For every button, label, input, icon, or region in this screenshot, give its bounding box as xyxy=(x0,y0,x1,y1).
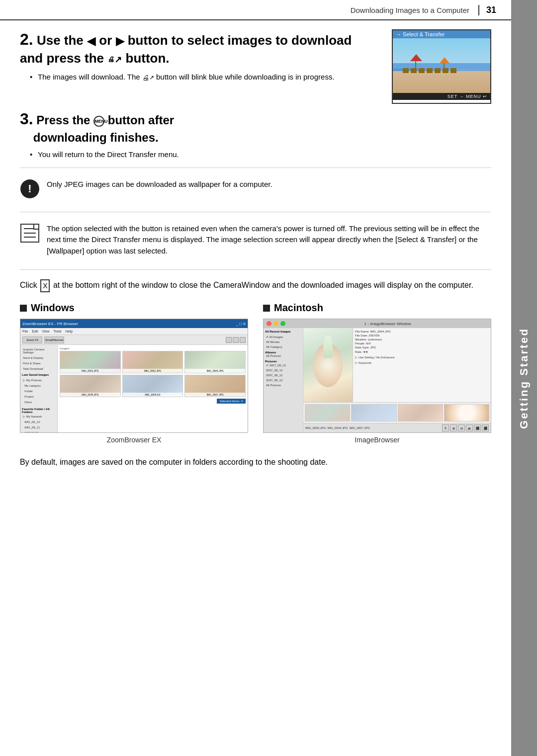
mac-sidebar: All Recent Images ✔ All Images All Movie… xyxy=(264,328,303,432)
win-thumb-6-label: IMG_0007.JPG xyxy=(185,393,245,397)
windows-caption: ZoomBrowser EX xyxy=(20,436,248,444)
win-thumb-2: IMG_0002.JPG xyxy=(122,351,183,373)
zoom-fit-btn[interactable]: Zoom Fit xyxy=(22,336,42,343)
mac-item-images[interactable]: ✔ All Images xyxy=(265,335,301,339)
info-note: The option selected with the button is r… xyxy=(20,218,491,262)
camera-lcd: → Select & Transfer xyxy=(392,29,491,104)
info-note-text: The option selected with the button is r… xyxy=(47,223,491,257)
mac-minimize-btn[interactable] xyxy=(273,321,278,326)
step-3-bullet-1-text: You will return to the Direct Transfer m… xyxy=(38,150,179,159)
win-thumb-3-label: IMG_0004.JPG xyxy=(185,369,245,373)
step-3-bullet-1: You will return to the Direct Transfer m… xyxy=(30,149,491,160)
close-x-symbol: X xyxy=(43,282,47,290)
win-sidebar-folder4[interactable]: Project xyxy=(22,394,56,399)
mac-right-panel: File Name: IMG_0004.JPG File Date: 2007/… xyxy=(353,328,491,402)
mac-toolbar-icons: ⇱ ⊞ ⊟ ▤ ⬛ ⬛ xyxy=(442,424,489,431)
step-3-number: 3. xyxy=(20,110,33,128)
mac-heading: Macintosh xyxy=(263,302,491,314)
win-icon-2[interactable] xyxy=(233,337,239,343)
mac-item-pictures[interactable]: All Pictures xyxy=(265,383,301,387)
mac-tool-5[interactable]: ⬛ xyxy=(474,424,481,431)
chair xyxy=(419,68,425,73)
umbrella-1 xyxy=(410,54,422,70)
chair xyxy=(427,68,433,73)
mac-close-btn[interactable] xyxy=(267,321,271,326)
win-thumb-6: IMG_0007.JPG xyxy=(184,375,246,397)
win-title-text: ZoomBrowser EX - FR Browser xyxy=(22,322,78,326)
win-image-grid: IMG_0001.JPG IMG_0002.JPG IMG_0004.JPG xyxy=(60,351,246,397)
win-sidebar-acquire[interactable]: Acquire Camera Settings xyxy=(22,347,56,355)
camera-screen-label: → Select & Transfer xyxy=(396,31,445,37)
win-sidebar-folder5[interactable]: Discs xyxy=(22,400,56,405)
divider-1 xyxy=(20,168,491,168)
win-sidebar: Acquire Camera Settings Send & Display P… xyxy=(20,345,58,432)
mac-item-2007-08-3[interactable]: 2007_08_12 xyxy=(265,373,301,377)
mac-tool-3[interactable]: ⊟ xyxy=(458,424,465,431)
camera-screen-image xyxy=(393,38,490,93)
win-sidebar-fav4[interactable]: IMG 06 12 xyxy=(22,430,56,433)
mac-title-text: 1 - ImageBrowser Window xyxy=(364,322,411,326)
divider-2 xyxy=(20,212,491,212)
win-titlebar: ZoomBrowser EX - FR Browser _ □ X xyxy=(20,319,248,328)
side-tab: Getting Started xyxy=(511,0,537,756)
win-sidebar-fav3[interactable]: IMG_08_11 xyxy=(22,425,56,430)
mac-maximize-btn[interactable] xyxy=(280,321,285,326)
win-sidebar-label2: Favorite Folder / All Folders xyxy=(22,408,56,414)
warning-note-text: Only JPEG images can be downloaded as wa… xyxy=(47,179,491,190)
win-thumb-4-label: IMG_0045.JPG xyxy=(60,393,120,397)
win-thumb-4: IMG_0045.JPG xyxy=(60,375,121,397)
mac-item-movies[interactable]: All Movies xyxy=(265,340,301,344)
win-thumb-1: IMG_0001.JPG xyxy=(60,351,121,373)
small-normal-btn[interactable]: Small/Normal xyxy=(44,336,64,343)
win-sidebar-folder1[interactable]: ▷ My Pictures xyxy=(22,377,56,383)
mac-tool-2[interactable]: ⊞ xyxy=(450,424,457,431)
mac-info-size: Data Type: JPG xyxy=(355,346,489,349)
mac-item-2007-08[interactable]: ✔ 2007_08_12 xyxy=(265,363,301,367)
mac-tool-6[interactable]: ⬛ xyxy=(482,424,489,431)
win-toolbar: Zoom Fit Small/Normal xyxy=(20,335,248,345)
mac-thumb-inner xyxy=(303,328,353,402)
click-instruction-suffix: at the bottom right of the window to clo… xyxy=(53,281,473,289)
step-2-bullets: The images will download. The 🖨↗ button … xyxy=(30,72,382,83)
mac-item-category[interactable]: All Category xyxy=(265,345,301,349)
divider-3 xyxy=(20,269,491,270)
step-2-bullet-1-text: The images will download. The 🖨↗ button … xyxy=(38,73,335,81)
win-icon-1[interactable] xyxy=(226,337,232,343)
step-2-camera-screen: → Select & Transfer xyxy=(392,29,491,104)
chair xyxy=(435,68,441,73)
mac-item-all-albums[interactable]: All Pictures xyxy=(265,354,301,358)
win-controls: _ □ X xyxy=(236,322,246,326)
win-sidebar-folder3[interactable]: Folder xyxy=(22,389,56,394)
mac-tool-1[interactable]: ⇱ xyxy=(442,424,449,431)
win-sidebar-task[interactable]: Task Download xyxy=(22,366,56,371)
page-number: 31 xyxy=(478,5,496,15)
step-2-heading: 2. Use the ◀ or ▶ button to select image… xyxy=(20,29,382,67)
win-sidebar-folder2[interactable]: My category xyxy=(22,383,56,388)
mac-large-thumbnail xyxy=(303,328,353,402)
notebook-line xyxy=(24,233,36,234)
chair xyxy=(443,68,448,73)
mac-item-2007-08-2[interactable]: 2007_08_12 xyxy=(265,368,301,372)
win-icon-3[interactable] xyxy=(240,337,246,343)
win-sidebar-print[interactable]: Print & Share xyxy=(22,361,56,366)
side-tab-label: Getting Started xyxy=(518,328,531,429)
mac-tool-4[interactable]: ▤ xyxy=(466,424,473,431)
mac-body: All Recent Images ✔ All Images All Movie… xyxy=(264,328,491,432)
final-paragraph: By default, images are saved on the comp… xyxy=(20,456,491,469)
mac-small-thumb-2 xyxy=(351,404,396,421)
step-2-number: 2. xyxy=(20,30,33,48)
win-body: Acquire Camera Settings Send & Display P… xyxy=(20,345,248,432)
mac-titlebar: 1 - ImageBrowser Window xyxy=(264,319,491,328)
windows-screenshot: ZoomBrowser EX - FR Browser _ □ X File E… xyxy=(20,319,248,433)
win-sidebar-fav1[interactable]: ▷ My Network xyxy=(22,414,56,419)
warning-note: ! Only JPEG images can be downloaded as … xyxy=(20,174,491,204)
click-instruction: Click X at the bottom right of the windo… xyxy=(20,279,491,292)
mac-info-keywords: ▷ Keywords xyxy=(355,361,489,364)
mac-main: File Name: IMG_0004.JPG File Date: 2007/… xyxy=(303,328,491,432)
win-sidebar-fav2[interactable]: IMG_06_12 xyxy=(22,420,56,424)
step-3-block: 3. Press the MENU button after downloadi… xyxy=(20,109,491,160)
mac-item-2007-08-4[interactable]: 2007_08_12 xyxy=(265,378,301,382)
step-3-heading: 3. Press the MENU button after downloadi… xyxy=(20,109,491,145)
mac-small-thumb-4 xyxy=(444,404,489,421)
win-sidebar-send[interactable]: Send & Display xyxy=(22,355,56,360)
